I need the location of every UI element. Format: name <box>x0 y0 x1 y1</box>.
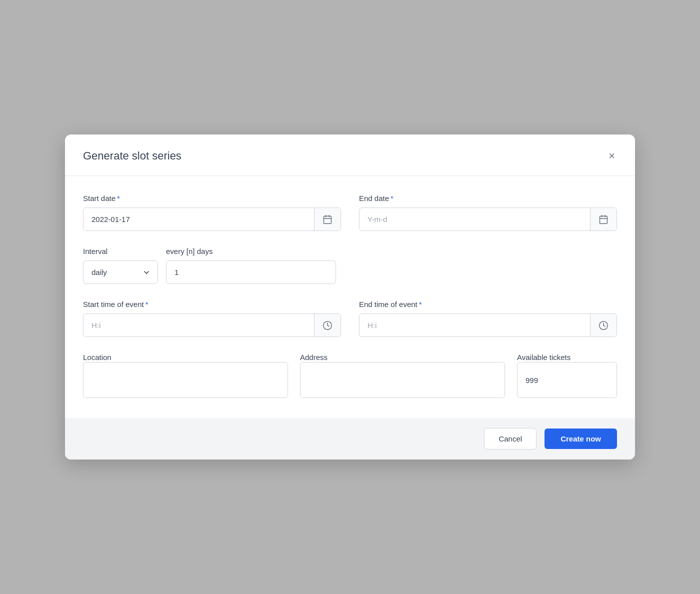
every-n-label: every [n] days <box>166 247 336 256</box>
modal-dialog: Generate slot series × Start date* <box>65 134 635 460</box>
start-time-group: Start time of event* <box>83 300 341 337</box>
end-time-label: End time of event* <box>359 300 617 308</box>
end-time-clock-icon[interactable] <box>590 314 616 336</box>
address-input[interactable] <box>300 362 505 398</box>
chevron-down-icon <box>142 261 158 284</box>
end-date-group: End date* <box>359 194 617 231</box>
date-row: Start date* <box>83 194 617 231</box>
start-time-label: Start time of event* <box>83 300 341 308</box>
available-tickets-label: Available tickets <box>517 353 570 362</box>
end-time-group: End time of event* <box>359 300 617 337</box>
close-button[interactable]: × <box>606 148 617 164</box>
end-time-input[interactable] <box>360 314 590 336</box>
every-n-input[interactable] <box>166 260 336 284</box>
interval-label: Interval <box>83 247 158 256</box>
location-input[interactable] <box>83 362 288 398</box>
modal-title: Generate slot series <box>83 150 182 162</box>
create-now-button[interactable]: Create now <box>544 428 617 449</box>
cancel-button[interactable]: Cancel <box>484 428 536 450</box>
end-date-input[interactable] <box>360 208 590 230</box>
available-tickets-input[interactable] <box>517 362 617 398</box>
location-row: Location Address Available tickets <box>83 353 617 398</box>
start-date-label: Start date* <box>83 194 341 202</box>
end-date-calendar-icon[interactable] <box>590 208 616 230</box>
available-tickets-group: Available tickets <box>517 353 617 398</box>
svg-rect-4 <box>600 216 608 224</box>
interval-select-wrapper: daily weekly monthly <box>83 260 158 284</box>
modal-header: Generate slot series × <box>65 134 635 176</box>
svg-rect-0 <box>324 216 332 224</box>
start-date-group: Start date* <box>83 194 341 231</box>
location-group: Location <box>83 353 288 398</box>
end-date-input-wrapper <box>359 208 617 231</box>
start-date-input-wrapper <box>83 208 341 231</box>
modal-body: Start date* <box>65 176 635 418</box>
modal-footer: Cancel Create now <box>65 418 635 460</box>
interval-group: Interval daily weekly monthly <box>83 247 158 284</box>
address-label: Address <box>300 353 328 362</box>
start-date-input[interactable] <box>84 208 314 230</box>
start-date-calendar-icon[interactable] <box>314 208 340 230</box>
start-time-clock-icon[interactable] <box>314 314 340 336</box>
time-row: Start time of event* E <box>83 300 617 337</box>
start-time-input[interactable] <box>84 314 314 336</box>
end-date-label: End date* <box>359 194 617 202</box>
modal-overlay: Generate slot series × Start date* <box>0 0 700 594</box>
every-n-group: every [n] days <box>166 247 336 284</box>
address-group: Address <box>300 353 505 398</box>
interval-row: Interval daily weekly monthly <box>83 247 617 284</box>
location-label: Location <box>83 353 112 362</box>
interval-select[interactable]: daily weekly monthly <box>84 261 142 284</box>
start-time-input-wrapper <box>83 314 341 337</box>
end-time-input-wrapper <box>359 314 617 337</box>
